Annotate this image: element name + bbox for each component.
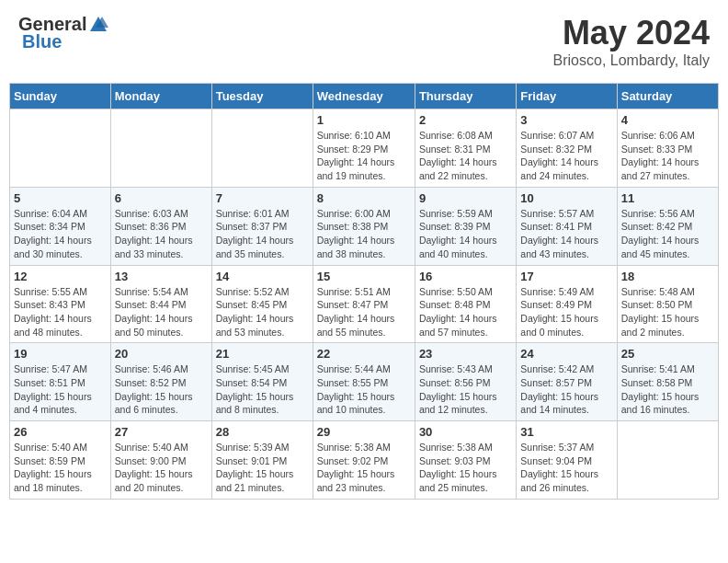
calendar-week-row: 19Sunrise: 5:47 AM Sunset: 8:51 PM Dayli…	[10, 343, 719, 421]
day-info: Sunrise: 5:46 AM Sunset: 8:52 PM Dayligh…	[115, 362, 208, 417]
day-number: 22	[317, 347, 411, 361]
calendar-day-cell: 1Sunrise: 6:10 AM Sunset: 8:29 PM Daylig…	[313, 109, 415, 188]
calendar-day-cell: 31Sunrise: 5:37 AM Sunset: 9:04 PM Dayli…	[517, 421, 617, 500]
day-number: 11	[621, 191, 714, 205]
day-of-week-header: Friday	[517, 84, 617, 109]
calendar-day-cell: 2Sunrise: 6:08 AM Sunset: 8:31 PM Daylig…	[415, 109, 516, 188]
calendar-day-cell: 7Sunrise: 6:01 AM Sunset: 8:37 PM Daylig…	[211, 187, 313, 265]
day-info: Sunrise: 5:50 AM Sunset: 8:48 PM Dayligh…	[419, 285, 512, 339]
day-info: Sunrise: 6:04 AM Sunset: 8:34 PM Dayligh…	[14, 207, 107, 261]
day-info: Sunrise: 5:37 AM Sunset: 9:04 PM Dayligh…	[520, 441, 612, 495]
calendar-day-cell: 30Sunrise: 5:38 AM Sunset: 9:03 PM Dayli…	[415, 421, 516, 500]
day-info: Sunrise: 5:44 AM Sunset: 8:55 PM Dayligh…	[317, 362, 411, 417]
calendar-week-row: 5Sunrise: 6:04 AM Sunset: 8:34 PM Daylig…	[10, 187, 719, 265]
day-info: Sunrise: 5:48 AM Sunset: 8:50 PM Dayligh…	[621, 285, 714, 339]
day-info: Sunrise: 5:40 AM Sunset: 9:00 PM Dayligh…	[115, 441, 208, 495]
day-info: Sunrise: 5:39 AM Sunset: 9:01 PM Dayligh…	[216, 441, 309, 495]
calendar-table: SundayMondayTuesdayWednesdayThursdayFrid…	[9, 83, 719, 500]
calendar-day-cell: 26Sunrise: 5:40 AM Sunset: 8:59 PM Dayli…	[10, 421, 111, 500]
day-info: Sunrise: 6:07 AM Sunset: 8:32 PM Dayligh…	[520, 129, 612, 183]
day-number: 29	[317, 425, 411, 439]
calendar-day-cell: 17Sunrise: 5:49 AM Sunset: 8:49 PM Dayli…	[517, 265, 617, 343]
day-info: Sunrise: 6:10 AM Sunset: 8:29 PM Dayligh…	[317, 129, 411, 183]
day-info: Sunrise: 5:40 AM Sunset: 8:59 PM Dayligh…	[14, 441, 107, 495]
day-info: Sunrise: 6:00 AM Sunset: 8:38 PM Dayligh…	[317, 207, 411, 261]
calendar-day-cell: 10Sunrise: 5:57 AM Sunset: 8:41 PM Dayli…	[517, 187, 617, 265]
day-number: 19	[14, 347, 107, 361]
day-number: 10	[520, 191, 612, 205]
day-info: Sunrise: 5:59 AM Sunset: 8:39 PM Dayligh…	[419, 207, 512, 261]
day-number: 13	[115, 270, 208, 283]
day-info: Sunrise: 5:55 AM Sunset: 8:43 PM Dayligh…	[14, 285, 107, 339]
day-number: 31	[520, 425, 612, 439]
day-info: Sunrise: 5:42 AM Sunset: 8:57 PM Dayligh…	[520, 362, 612, 417]
day-number: 21	[216, 347, 309, 361]
day-info: Sunrise: 6:08 AM Sunset: 8:31 PM Dayligh…	[419, 129, 512, 183]
calendar-week-row: 12Sunrise: 5:55 AM Sunset: 8:43 PM Dayli…	[10, 265, 719, 343]
calendar-day-cell: 4Sunrise: 6:06 AM Sunset: 8:33 PM Daylig…	[617, 109, 718, 188]
calendar-day-cell: 15Sunrise: 5:51 AM Sunset: 8:47 PM Dayli…	[313, 265, 415, 343]
calendar-week-row: 1Sunrise: 6:10 AM Sunset: 8:29 PM Daylig…	[10, 109, 719, 188]
day-number: 18	[621, 270, 714, 283]
day-number: 25	[621, 347, 714, 361]
day-number: 2	[419, 113, 512, 127]
day-info: Sunrise: 6:06 AM Sunset: 8:33 PM Dayligh…	[621, 129, 714, 183]
title-area: May 2024 Briosco, Lombardy, Italy	[553, 14, 710, 69]
day-info: Sunrise: 5:54 AM Sunset: 8:44 PM Dayligh…	[115, 285, 208, 339]
logo-icon	[88, 15, 108, 35]
calendar-day-cell: 21Sunrise: 5:45 AM Sunset: 8:54 PM Dayli…	[211, 343, 313, 421]
logo-blue-text: Blue	[22, 31, 62, 52]
calendar-day-cell: 24Sunrise: 5:42 AM Sunset: 8:57 PM Dayli…	[517, 343, 617, 421]
day-info: Sunrise: 5:41 AM Sunset: 8:58 PM Dayligh…	[621, 362, 714, 417]
day-number: 27	[115, 425, 208, 439]
calendar-day-cell: 16Sunrise: 5:50 AM Sunset: 8:48 PM Dayli…	[415, 265, 516, 343]
calendar-week-row: 26Sunrise: 5:40 AM Sunset: 8:59 PM Dayli…	[10, 421, 719, 500]
calendar-day-cell: 19Sunrise: 5:47 AM Sunset: 8:51 PM Dayli…	[10, 343, 111, 421]
calendar-day-cell: 9Sunrise: 5:59 AM Sunset: 8:39 PM Daylig…	[415, 187, 516, 265]
day-info: Sunrise: 6:03 AM Sunset: 8:36 PM Dayligh…	[115, 207, 208, 261]
day-number: 17	[520, 270, 612, 283]
day-info: Sunrise: 5:52 AM Sunset: 8:45 PM Dayligh…	[216, 285, 309, 339]
calendar-day-cell: 27Sunrise: 5:40 AM Sunset: 9:00 PM Dayli…	[110, 421, 211, 500]
day-info: Sunrise: 5:49 AM Sunset: 8:49 PM Dayligh…	[520, 285, 612, 339]
day-number: 1	[317, 113, 411, 127]
day-number: 5	[14, 191, 107, 205]
calendar-day-cell	[10, 109, 111, 188]
day-number: 23	[419, 347, 512, 361]
calendar-day-cell: 22Sunrise: 5:44 AM Sunset: 8:55 PM Dayli…	[313, 343, 415, 421]
day-of-week-header: Sunday	[10, 84, 111, 109]
day-number: 26	[14, 425, 107, 439]
day-number: 9	[419, 191, 512, 205]
calendar-day-cell	[211, 109, 313, 188]
day-number: 12	[14, 270, 107, 283]
calendar-day-cell	[617, 421, 718, 500]
day-number: 28	[216, 425, 309, 439]
calendar-day-cell: 3Sunrise: 6:07 AM Sunset: 8:32 PM Daylig…	[517, 109, 617, 188]
calendar-day-cell: 6Sunrise: 6:03 AM Sunset: 8:36 PM Daylig…	[110, 187, 211, 265]
calendar-day-cell: 11Sunrise: 5:56 AM Sunset: 8:42 PM Dayli…	[617, 187, 718, 265]
day-number: 8	[317, 191, 411, 205]
calendar-day-cell: 14Sunrise: 5:52 AM Sunset: 8:45 PM Dayli…	[211, 265, 313, 343]
day-number: 16	[419, 270, 512, 283]
day-info: Sunrise: 6:01 AM Sunset: 8:37 PM Dayligh…	[216, 207, 309, 261]
day-info: Sunrise: 5:56 AM Sunset: 8:42 PM Dayligh…	[621, 207, 714, 261]
calendar-day-cell	[110, 109, 211, 188]
day-number: 30	[419, 425, 512, 439]
day-info: Sunrise: 5:57 AM Sunset: 8:41 PM Dayligh…	[520, 207, 612, 261]
calendar-day-cell: 13Sunrise: 5:54 AM Sunset: 8:44 PM Dayli…	[110, 265, 211, 343]
calendar-day-cell: 25Sunrise: 5:41 AM Sunset: 8:58 PM Dayli…	[617, 343, 718, 421]
month-title: May 2024	[553, 14, 710, 52]
calendar-day-cell: 12Sunrise: 5:55 AM Sunset: 8:43 PM Dayli…	[10, 265, 111, 343]
day-number: 20	[115, 347, 208, 361]
day-info: Sunrise: 5:45 AM Sunset: 8:54 PM Dayligh…	[216, 362, 309, 417]
logo: General Blue	[18, 14, 108, 52]
location: Briosco, Lombardy, Italy	[553, 52, 710, 69]
day-of-week-header: Wednesday	[313, 84, 415, 109]
day-info: Sunrise: 5:51 AM Sunset: 8:47 PM Dayligh…	[317, 285, 411, 339]
day-number: 14	[216, 270, 309, 283]
day-info: Sunrise: 5:43 AM Sunset: 8:56 PM Dayligh…	[419, 362, 512, 417]
day-info: Sunrise: 5:47 AM Sunset: 8:51 PM Dayligh…	[14, 362, 107, 417]
calendar-day-cell: 29Sunrise: 5:38 AM Sunset: 9:02 PM Dayli…	[313, 421, 415, 500]
day-number: 7	[216, 191, 309, 205]
page-header: General Blue May 2024 Briosco, Lombardy,…	[9, 9, 719, 74]
